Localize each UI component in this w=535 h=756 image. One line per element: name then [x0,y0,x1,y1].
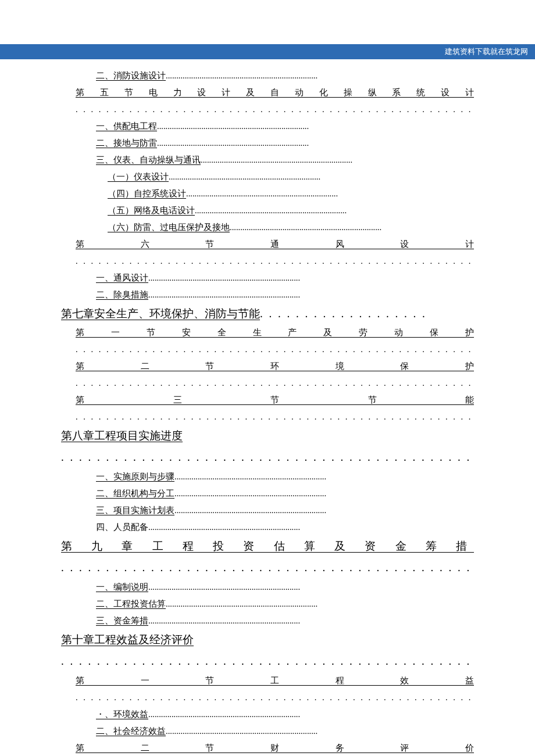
toc-item: 二、组织机构与分工...............................… [61,485,474,502]
toc-text: 第一节工程效益 [76,672,474,689]
toc-item: （五）网络及电话设计..............................… [61,202,474,219]
toc-item: 一、编制说明..................................… [61,579,474,596]
dots-row: . . . . . . . . . . . . . . . . . . . . … [61,557,474,579]
toc-section: 第一节工程效益 [61,672,474,689]
toc-chapter: 第八章工程项目实施进度 [61,425,474,446]
toc-item: 一、实施原则与步骤...............................… [61,468,474,485]
toc-text: 三、资金筹措 [96,616,148,625]
dots-row: . . . . . . . . . . . . . . . . . . . . … [61,341,474,358]
toc-text: 一、编制说明 [96,582,148,592]
dots: ........................................… [166,71,318,80]
header-text: 建筑资料下载就在筑龙网 [445,47,528,56]
toc-chapter: 第十章工程效益及经济评价 [61,629,474,650]
toc-text: 二、组织机构与分工 [96,489,174,498]
toc-text: 第八章工程项目实施进度 [61,425,183,446]
toc-section: 第二节财务评价 [61,740,474,756]
toc-section: 第三节节能 [61,392,474,409]
dots: ........................................… [166,726,318,736]
dots-row: . . . . . . . . . . . . . . . . . . . . … [61,446,474,468]
toc-content: 二、消防设施设计................................… [0,67,535,756]
dots-row: . . . . . . . . . . . . . . . . . . . . … [61,650,474,672]
toc-text: （六）防雷、过电压保护及接地 [108,223,230,232]
toc-section: 第六节通风设计 [61,236,474,253]
dots: ........................................… [148,582,300,592]
toc-text: 二、工程投资估算 [96,599,166,608]
dots: ........................................… [148,522,300,532]
toc-chapter: 第九章工程投资估算及资金筹措 [61,536,474,557]
toc-item: 二、除臭措施..................................… [61,286,474,303]
toc-text: 第二节财务评价 [76,740,474,756]
toc-item: 一、供配电工程.................................… [61,118,474,135]
dots: ........................................… [148,616,300,625]
toc-text: 一、供配电工程 [96,121,157,131]
dots: . . . . . . . . . . . . . . . . . . . [260,303,427,324]
dots: ........................................… [148,290,300,299]
dots: ........................................… [169,172,320,181]
dots: ........................................… [166,599,318,608]
dots-row: . . . . . . . . . . . . . . . . . . . . … [61,253,474,270]
dots: ........................................… [157,121,309,131]
dots: ........................................… [201,155,352,164]
toc-item: 二、消防设施设计................................… [61,67,474,84]
toc-text: 一、实施原则与步骤 [96,472,174,481]
dots: ........................................… [174,472,326,481]
dots-row: . . . . . . . . . . . . . . . . . . . . … [61,375,474,392]
toc-item: 四、人员配备..................................… [61,519,474,536]
dots: ........................................… [148,710,300,719]
dots: ........................................… [174,506,326,515]
toc-item: 二、接地与防雷.................................… [61,135,474,152]
dots-row: . . . . . . . . . . . . . . . . . . . . … [61,689,474,706]
toc-text: 第九章工程投资估算及资金筹措 [61,536,474,557]
toc-item: ・、环境效益..................................… [61,706,474,723]
toc-text: 第三节节能 [76,392,474,409]
toc-text: （五）网络及电话设计 [108,206,195,215]
toc-text: 四、人员配备 [96,522,148,532]
toc-item: 二、社会经济效益................................… [61,723,474,740]
dots: ........................................… [186,189,338,198]
toc-item: 一、通风设计..................................… [61,270,474,286]
dots: ........................................… [230,223,381,232]
toc-section: 第二节环境保护 [61,358,474,375]
header-bar: 建筑资料下载就在筑龙网 [0,44,535,59]
dots-row: . . . . . . . . . . . . . . . . . . . . … [61,101,474,118]
dots: ........................................… [174,489,326,498]
toc-text: 第七章安全生产、环境保护、消防与节能 [61,303,260,324]
toc-text: （四）自控系统设计 [108,189,186,198]
toc-text: 第十章工程效益及经济评价 [61,629,194,650]
toc-item: 二、工程投资估算................................… [61,596,474,612]
toc-text: 三、项目实施计划表 [96,506,174,515]
toc-text: 二、社会经济效益 [96,726,166,736]
toc-text: 二、消防设施设计 [96,71,166,80]
toc-item: （四）自控系统设计...............................… [61,185,474,202]
toc-text: 第二节环境保护 [76,358,474,375]
dots: ........................................… [157,138,309,148]
dots-row: . . . . . . . . . . . . . . . . . . . . … [61,409,474,425]
toc-text: 第六节通风设计 [76,236,474,253]
toc-text: 一、通风设计 [96,273,148,282]
toc-text: ・、环境效益 [96,710,148,719]
toc-chapter: 第七章安全生产、环境保护、消防与节能 . . . . . . . . . . .… [61,303,474,324]
toc-section: 第一节安全生产及劳动保护 [61,324,474,341]
toc-item: （一）仪表设计.................................… [61,169,474,185]
dots: ........................................… [148,273,300,282]
toc-text: 二、除臭措施 [96,290,148,299]
toc-text: 第五节电力设计及自动化操纵系统设计 [76,84,474,101]
toc-item: 三、项目实施计划表...............................… [61,502,474,519]
toc-section: 第五节电力设计及自动化操纵系统设计 [61,84,474,101]
toc-item: 三、资金筹措..................................… [61,612,474,629]
dots: ........................................… [195,206,347,215]
toc-text: 三、仪表、自动操纵与通讯 [96,155,201,164]
toc-item: 三、仪表、自动操纵与通讯............................… [61,152,474,169]
toc-text: 第一节安全生产及劳动保护 [76,324,474,341]
toc-text: （一）仪表设计 [108,172,169,181]
toc-text: 二、接地与防雷 [96,138,157,148]
toc-item: （六）防雷、过电压保护及接地..........................… [61,219,474,236]
